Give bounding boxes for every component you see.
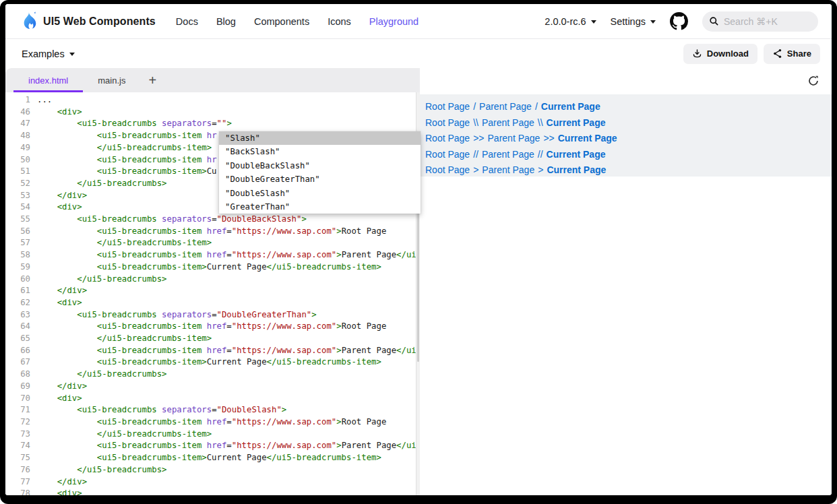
preview-topbar <box>420 68 832 94</box>
breadcrumb-current-page: Current Page <box>558 133 617 144</box>
brand-title: UI5 Web Components <box>43 15 156 28</box>
line-number: 61 <box>5 285 30 297</box>
line-number: 50 <box>5 154 30 166</box>
app: UI5 Web Components DocsBlogComponentsIco… <box>5 4 832 495</box>
code-text: <ui5-breadcrumbs separators="DoubleSlash… <box>30 404 286 416</box>
code-text: <div> <box>30 488 82 495</box>
breadcrumb-link-parent[interactable]: Parent Page <box>488 133 540 144</box>
tab-main-js[interactable]: main.js <box>83 68 140 92</box>
breadcrumb-separator: \\ <box>473 117 478 128</box>
breadcrumb-link-root[interactable]: Root Page <box>425 117 470 128</box>
nav-link-icons[interactable]: Icons <box>328 16 351 27</box>
toolbar-buttons: Download Share <box>683 44 820 64</box>
version-dropdown[interactable]: 2.0.0-rc.6 <box>545 16 596 27</box>
code-text: </div> <box>30 190 87 202</box>
scrollbar-thumb[interactable] <box>417 193 419 362</box>
code-line: 72 <ui5-breadcrumbs-item href="https://w… <box>5 416 416 429</box>
breadcrumbs-demo-panel: Root Page/Parent Page/Current PageRoot P… <box>420 94 832 177</box>
breadcrumb-current-page: Current Page <box>547 164 606 175</box>
code-text: <div> <box>30 201 82 214</box>
share-button[interactable]: Share <box>764 44 820 64</box>
line-number: 54 <box>5 201 30 214</box>
add-tab-icon[interactable]: + <box>140 68 164 92</box>
code-line: 73 </ui5-breadcrumbs-item> <box>5 429 416 441</box>
line-number: 59 <box>5 261 30 274</box>
autocomplete-option[interactable]: "DoubleGreaterThan" <box>219 172 421 186</box>
nav-link-components[interactable]: Components <box>254 16 309 27</box>
autocomplete-option[interactable]: "DoubleBackSlash" <box>219 159 421 172</box>
code-line: 68 </ui5-breadcrumbs> <box>5 369 416 381</box>
code-line: 66 <ui5-breadcrumbs-item href="https://w… <box>5 345 416 357</box>
breadcrumb-link-parent[interactable]: Parent Page <box>482 117 534 128</box>
breadcrumb-separator: / <box>535 101 538 112</box>
code-text: <ui5-breadcrumbs-item href="https://www.… <box>30 416 386 429</box>
code-line: 60 </ui5-breadcrumbs> <box>5 274 416 286</box>
brand[interactable]: UI5 Web Components <box>22 11 156 31</box>
nav-link-playground[interactable]: Playground <box>369 16 418 27</box>
autocomplete-option[interactable]: "DoubleSlash" <box>219 187 421 200</box>
code-text: <ui5-breadcrumbs-item href="https://www.… <box>30 249 416 261</box>
autocomplete-dropdown: "Slash""BackSlash""DoubleBackSlash""Doub… <box>219 131 421 214</box>
download-label: Download <box>707 49 749 59</box>
search-input[interactable] <box>724 16 805 27</box>
line-number: 78 <box>5 488 30 495</box>
line-number: 72 <box>5 416 30 429</box>
download-icon <box>692 49 702 59</box>
autocomplete-option[interactable]: "BackSlash" <box>219 145 421 158</box>
breadcrumb-separator: / <box>473 101 476 112</box>
code-text: </ui5-breadcrumbs-item> <box>30 237 212 249</box>
examples-dropdown[interactable]: Examples <box>22 49 75 59</box>
chevron-down-icon <box>650 20 656 24</box>
code-line: 71 <ui5-breadcrumbs separators="DoubleSl… <box>5 404 416 416</box>
autocomplete-option[interactable]: "Slash" <box>219 131 421 145</box>
code-text: </ui5-breadcrumbs> <box>30 274 167 286</box>
line-number: 62 <box>5 297 30 309</box>
code-line: 59 <ui5-breadcrumbs-item>Current Page</u… <box>5 261 416 274</box>
nav-link-blog[interactable]: Blog <box>216 16 236 27</box>
nav-link-docs[interactable]: Docs <box>176 16 198 27</box>
breadcrumb-separator: >> <box>543 133 554 144</box>
code-line: 56 <ui5-breadcrumbs-item href="https://w… <box>5 226 416 238</box>
breadcrumb-link-root[interactable]: Root Page <box>425 101 470 112</box>
refresh-button[interactable] <box>807 75 819 87</box>
code-text: <ui5-breadcrumbs-item hr <box>30 130 217 142</box>
line-number: 77 <box>5 476 30 489</box>
editor-tabbar: index.htmlmain.js+ <box>5 68 420 92</box>
breadcrumb-link-parent[interactable]: Parent Page <box>482 149 534 160</box>
tab-index-html[interactable]: index.html <box>13 68 83 92</box>
breadcrumb-separator: >> <box>473 133 484 144</box>
line-number: 1 <box>5 94 30 106</box>
chevron-down-icon <box>591 20 596 24</box>
breadcrumb: Root Page\\Parent Page\\Current Page <box>425 115 825 131</box>
settings-dropdown[interactable]: Settings <box>611 16 656 27</box>
line-number: 53 <box>5 190 30 202</box>
line-number: 60 <box>5 274 30 286</box>
breadcrumb-link-parent[interactable]: Parent Page <box>482 164 534 175</box>
breadcrumb-link-parent[interactable]: Parent Page <box>479 101 532 112</box>
breadcrumb-link-root[interactable]: Root Page <box>425 133 470 144</box>
line-number: 48 <box>5 130 30 142</box>
line-number: 51 <box>5 166 30 178</box>
breadcrumb-link-root[interactable]: Root Page <box>425 164 470 175</box>
line-number: 70 <box>5 393 30 405</box>
code-line: 67 <ui5-breadcrumbs-item>Current Page</u… <box>5 356 416 369</box>
autocomplete-option[interactable]: "GreaterThan" <box>219 200 421 214</box>
search-box[interactable] <box>702 11 818 32</box>
code-text: <ui5-breadcrumbs-item hr <box>30 154 217 166</box>
breadcrumb-link-root[interactable]: Root Page <box>425 149 470 160</box>
ui5-flame-logo-icon <box>22 11 37 31</box>
code-line: 77 </div> <box>5 476 416 489</box>
breadcrumb-separator: // <box>473 149 478 160</box>
breadcrumb: Root Page//Parent Page//Current Page <box>425 147 825 163</box>
nav-right: 2.0.0-rc.6 Settings <box>545 11 818 32</box>
line-number: 66 <box>5 345 30 357</box>
share-icon <box>772 49 782 59</box>
refresh-icon <box>807 75 819 87</box>
github-icon[interactable] <box>670 12 688 30</box>
code-text: <div> <box>30 106 82 119</box>
breadcrumb: Root Page>Parent Page>Current Page <box>425 162 825 179</box>
preview-pane: Root Page/Parent Page/Current PageRoot P… <box>420 68 832 495</box>
breadcrumb-separator: > <box>538 164 543 175</box>
line-number: 69 <box>5 381 30 393</box>
download-button[interactable]: Download <box>683 44 757 64</box>
